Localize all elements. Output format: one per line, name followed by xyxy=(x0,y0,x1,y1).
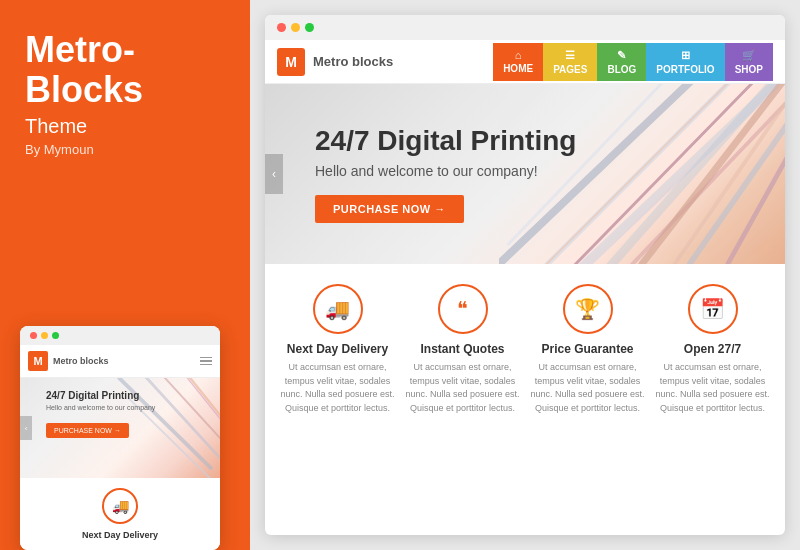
feature-guarantee-icon-circle: 🏆 xyxy=(563,284,613,334)
nav-blog[interactable]: ✎ BLOG xyxy=(597,43,646,81)
mobile-hero-btn[interactable]: PURCHASE NOW → xyxy=(46,423,129,438)
feature-item-open: 📅 Open 27/7 Ut accumsan est ornare, temp… xyxy=(655,284,770,415)
mobile-browser-bar xyxy=(20,326,220,345)
feature-guarantee-title: Price Guarantee xyxy=(541,342,633,356)
feature-open-title: Open 27/7 xyxy=(684,342,741,356)
mobile-header: M Metro blocks xyxy=(20,345,220,378)
theme-subtitle: Theme xyxy=(25,115,225,138)
mobile-feature-icon: 🚚 xyxy=(102,488,138,524)
feature-item-delivery: 🚚 Next Day Delivery Ut accumsan est orna… xyxy=(280,284,395,415)
pages-icon: ☰ xyxy=(565,49,575,62)
mobile-menu-line xyxy=(200,364,212,366)
portfolio-icon: ⊞ xyxy=(681,49,690,62)
mobile-menu-line xyxy=(200,360,212,362)
feature-quotes-desc: Ut accumsan est ornare, tempus velit vit… xyxy=(405,361,520,415)
shop-icon: 🛒 xyxy=(742,49,756,62)
mobile-hero-title: 24/7 Digital Printing xyxy=(46,390,210,401)
feature-open-icon-circle: 📅 xyxy=(688,284,738,334)
features-section: 🚚 Next Day Delivery Ut accumsan est orna… xyxy=(265,264,785,425)
feature-item-guarantee: 🏆 Price Guarantee Ut accumsan est ornare… xyxy=(530,284,645,415)
nav-shop-label: SHOP xyxy=(735,64,763,75)
mobile-dot-green xyxy=(52,332,59,339)
left-panel: Metro- Blocks Theme By Mymoun M Metro bl… xyxy=(0,0,250,550)
mobile-hero: ‹ 24/7 Digital Printing Hello and welcom… xyxy=(20,378,220,478)
desktop-browser: M Metro blocks ⌂ HOME ☰ PAGES ✎ BLOG xyxy=(265,15,785,535)
desktop-logo-text: Metro blocks xyxy=(313,54,393,69)
desktop-nav: M Metro blocks ⌂ HOME ☰ PAGES ✎ BLOG xyxy=(265,40,785,84)
mobile-truck-icon: 🚚 xyxy=(112,498,129,514)
browser-dot-yellow xyxy=(291,23,300,32)
nav-home[interactable]: ⌂ HOME xyxy=(493,43,543,81)
nav-shop[interactable]: 🛒 SHOP xyxy=(725,43,773,81)
theme-author: By Mymoun xyxy=(25,142,225,157)
calendar-icon: 📅 xyxy=(700,297,725,321)
browser-dot-green xyxy=(305,23,314,32)
browser-bar xyxy=(265,15,785,40)
mobile-dot-yellow xyxy=(41,332,48,339)
mobile-content: M Metro blocks ‹ 24/7 Digital Printing H… xyxy=(20,345,220,550)
mobile-menu-line xyxy=(200,357,212,359)
svg-line-15 xyxy=(728,144,785,264)
mobile-menu-lines xyxy=(200,357,212,366)
browser-content: M Metro blocks ⌂ HOME ☰ PAGES ✎ BLOG xyxy=(265,40,785,535)
nav-pages-label: PAGES xyxy=(553,64,587,75)
browser-dot-red xyxy=(277,23,286,32)
feature-delivery-icon-circle: 🚚 xyxy=(313,284,363,334)
delivery-truck-icon: 🚚 xyxy=(325,297,350,321)
blog-icon: ✎ xyxy=(617,49,626,62)
feature-quotes-title: Instant Quotes xyxy=(420,342,504,356)
mobile-hero-sub: Hello and welcome to our company xyxy=(46,404,210,411)
quotes-icon: ❝ xyxy=(457,297,468,321)
desktop-logo: M Metro blocks xyxy=(277,48,393,76)
hero-title: 24/7 Digital Printing xyxy=(315,125,576,157)
mobile-dot-red xyxy=(30,332,37,339)
mobile-logo-text: Metro blocks xyxy=(53,356,109,366)
feature-delivery-title: Next Day Delivery xyxy=(287,342,388,356)
feature-item-quotes: ❝ Instant Quotes Ut accumsan est ornare,… xyxy=(405,284,520,415)
nav-blog-label: BLOG xyxy=(607,64,636,75)
trophy-icon: 🏆 xyxy=(575,297,600,321)
nav-portfolio[interactable]: ⊞ PORTFOLIO xyxy=(646,43,724,81)
mobile-logo-m: M xyxy=(28,351,48,371)
feature-open-desc: Ut accumsan est ornare, tempus velit vit… xyxy=(655,361,770,415)
mobile-feature-section: 🚚 Next Day Delivery xyxy=(20,478,220,550)
desktop-logo-m: M xyxy=(277,48,305,76)
feature-guarantee-desc: Ut accumsan est ornare, tempus velit vit… xyxy=(530,361,645,415)
home-icon: ⌂ xyxy=(515,49,522,61)
mobile-feature-title: Next Day Delivery xyxy=(82,530,158,540)
theme-title: Metro- Blocks xyxy=(25,30,225,109)
feature-quotes-icon-circle: ❝ xyxy=(438,284,488,334)
hero-text: 24/7 Digital Printing Hello and welcome … xyxy=(315,125,576,223)
hero-subtitle: Hello and welcome to our company! xyxy=(315,163,576,179)
nav-portfolio-label: PORTFOLIO xyxy=(656,64,714,75)
feature-delivery-desc: Ut accumsan est ornare, tempus velit vit… xyxy=(280,361,395,415)
mobile-mockup: M Metro blocks ‹ 24/7 Digital Printing H… xyxy=(20,326,220,550)
desktop-nav-items: ⌂ HOME ☰ PAGES ✎ BLOG ⊞ PORTFOLIO xyxy=(493,43,773,81)
hero-purchase-btn[interactable]: PURCHASE NOW → xyxy=(315,195,464,223)
nav-pages[interactable]: ☰ PAGES xyxy=(543,43,597,81)
hero-slider-arrow[interactable]: ‹ xyxy=(265,154,283,194)
right-panel: M Metro blocks ⌂ HOME ☰ PAGES ✎ BLOG xyxy=(250,0,800,550)
nav-home-label: HOME xyxy=(503,63,533,74)
desktop-hero: ‹ 24/7 Digital Printing Hello and welcom… xyxy=(265,84,785,264)
